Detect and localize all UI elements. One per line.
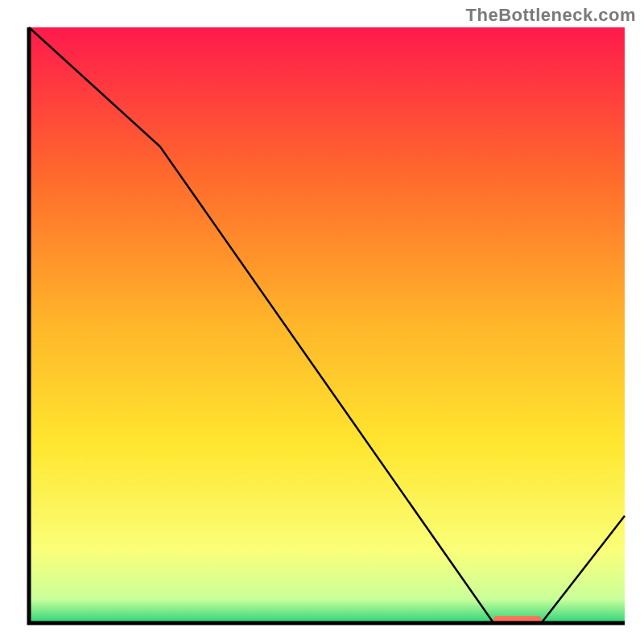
- attribution-text: TheBottleneck.com: [466, 5, 636, 26]
- plot-background: [29, 27, 625, 623]
- chart-container: TheBottleneck.com: [0, 0, 644, 644]
- chart-svg: [0, 0, 644, 644]
